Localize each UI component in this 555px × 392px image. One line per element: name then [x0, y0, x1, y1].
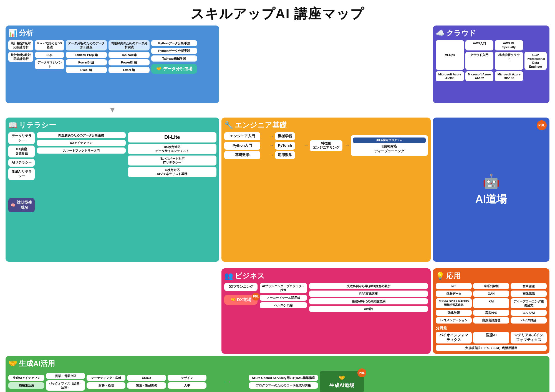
machine-learning: 機械学習 [275, 132, 295, 140]
dx-ideathon: DXアイデアソン [37, 140, 126, 146]
bio-info: バイオインフォマティクス [436, 332, 472, 343]
anomaly: 異常検知 [473, 310, 509, 316]
tableau-ed: Tableau 編 [109, 52, 150, 58]
ml-cloud: 機械学習クラウド [495, 52, 523, 70]
ai-dojo-section: PBL 🤖 AI道場 [433, 118, 549, 262]
nlp: 自然言語処理 [473, 317, 509, 323]
aws-intro: AWS入門 [465, 40, 494, 50]
arrow-feature: → [304, 143, 309, 149]
eng-intro: エンジニア入門 [224, 132, 260, 140]
business-section: 👥 ビジネス DXプランニング 🤝 DX道場 PBL AIプランニング・プロジェ… [221, 268, 431, 354]
dx-dojo-pbl: PBL [252, 293, 260, 301]
arrow-appmath: → [269, 152, 274, 158]
analysis-label: 分析 [19, 28, 33, 38]
powerbi-ed1: PowerBI 編 [66, 59, 107, 65]
gcp-pde: GCP Professional Data Engineer [524, 52, 547, 70]
feature-eng: 特徴量エンジニアリング [310, 140, 342, 151]
applied-section: 💡 応用 IoT 時系列解析 音声認識 気象データ GAN 画像認識 NDIVI… [433, 268, 549, 354]
spacer-top-mid [221, 26, 431, 103]
excel-ds: Excelで始めるDS基礎 [35, 40, 64, 50]
literacy-label: リテラシー [19, 120, 56, 130]
sql: SQL [35, 52, 64, 58]
applied-label: 応用 [446, 271, 461, 281]
ai-patent: AI特許 [309, 306, 428, 312]
problem-solving-data: 問題解決のためのデータ分析基礎 [37, 132, 126, 138]
healthcare: ヘルスケア編 [260, 302, 307, 308]
nvidia-rapids: NDIVIA GPU & RAPIDS 機械学習高速化 [436, 298, 472, 309]
speech: 音声認識 [511, 283, 547, 289]
edge-ai: エッジAI [511, 310, 547, 316]
arrow-down-analysis: ▼ [6, 105, 219, 114]
business-icon: 👥 [224, 272, 233, 280]
mlops: MLOps [436, 40, 464, 70]
genai-ideathon: 生成AIアイデアソン [8, 375, 44, 381]
g-kentei: G検定対応AIジェネラリスト基礎 [128, 167, 217, 177]
bayes: ベイズ推論 [511, 317, 547, 323]
ai-dojo-label: AI道場 [475, 192, 507, 206]
ai-ip: 生成AI時代のAI知財契約 [309, 298, 428, 304]
dojo-icon: 🤝 [156, 66, 162, 71]
applied-icon: 💡 [436, 272, 445, 280]
conv-genai-label: 対話型生成AI [16, 200, 32, 210]
aws-ml: AWS ML Specialty [495, 40, 523, 50]
cloud-spacer1 [524, 40, 547, 50]
python-intro: Python入門 [224, 142, 260, 150]
backoffice: バックオフィス（総務・法務） [46, 380, 85, 391]
azure-dp100: Microsoft Azure DP-100 [495, 71, 523, 82]
azure-900: Microsoft Azure AI-900 [436, 71, 464, 82]
basic-math: 基礎数学 [224, 151, 260, 159]
design: デザイン [168, 375, 206, 381]
genai-dojo-pbl: PBL [357, 368, 366, 377]
weather: 気象データ [436, 291, 472, 297]
cs-cx: CS/CX [127, 375, 166, 381]
engineer-icon: 🔧 [224, 121, 233, 129]
rag-course: Azure OpenAI Serviceを用いたRAG構築講座 [249, 375, 318, 381]
ai-dojo-pbl: PBL [537, 120, 547, 130]
manufacturing: 製造・製品開発 [127, 382, 166, 388]
e-cert-deep: iDLA認定プログラム E資格対応ディープラーニング [351, 135, 428, 156]
recommend: レコメンデーション [436, 317, 472, 323]
pytorch: PyTorch [275, 142, 295, 150]
genai-literacy: 生成AIリテラシー [8, 168, 35, 180]
genai-label: 生成AI活用 [19, 359, 55, 368]
rl: 強化学習 [436, 310, 472, 316]
it-passport: IT/パスポート対応ITリテラシー [128, 156, 217, 166]
stat3: 統計検定3級対応統計分析 [8, 52, 33, 62]
gan: GAN [473, 291, 509, 297]
literacy-section: 📖 リテラシー データリテラシー DX講座各業界編 AIリテラシー 生成AIリテ… [6, 118, 219, 262]
data-dojo: 🤝 データ分析道場 [151, 64, 197, 74]
data-literacy: データリテラシー [8, 132, 35, 144]
literacy-icon: 📖 [8, 121, 17, 129]
tableau-ml: Tableau機械学習 [151, 55, 197, 62]
ai-literacy: AIリテラシー [8, 159, 35, 167]
genai-section: 🤝 生成AI活用 生成AIアイデアソン 職種別活用 営業・営業企画 バックオフィ… [6, 356, 549, 392]
dojo-label: データ分析道場 [163, 66, 192, 72]
cloud-intro: クラウド入門 [465, 52, 494, 70]
materials: マテリアルズインフォマティクス [511, 332, 547, 343]
arrow-genai-right: → [208, 377, 247, 386]
dx-course: DX講座各業界編 [8, 146, 35, 157]
data-practice-title: 問題解決のためのデータ分析実践 [109, 40, 150, 50]
time-series: 時系列解析 [473, 283, 509, 289]
dilite-title: Di-Lite [128, 132, 217, 142]
applied-math: 応用数学 [275, 151, 295, 159]
finance: 財務・経理 [87, 382, 125, 388]
nocode: ノーコードツール活用編 [260, 295, 307, 301]
arrow-ml: → [269, 133, 274, 139]
llm: 大規模言語モデル（LLM）利活用講座 [436, 345, 547, 351]
marketing: マーケティング・広報 [87, 375, 125, 381]
dx-failure: 失敗事例から学ぶDX推進の勘所 [309, 283, 428, 289]
excel-ed2: Excel 編 [109, 67, 150, 73]
engineer-section: 🔧 エンジニア基礎 エンジニア入門 Python入門 基礎数学 → 機械学習 [221, 118, 431, 262]
python-analysis: Pythonデータ分析手法 [151, 40, 197, 46]
cloud-icon: ☁️ [436, 29, 445, 37]
page-title: スキルアップAI 講座マップ [0, 0, 555, 26]
data-processing-title: データ分析のためのデータ加工講座 [66, 40, 107, 50]
conv-genai: 🧠 対話型生成AI [8, 198, 35, 212]
smart-factory: スマートファクトリー入門 [37, 147, 126, 154]
cloud-label: クラウド [446, 28, 476, 38]
ai-project: AIプランニング・プロジェクト推進 [260, 283, 307, 293]
powerbi-ed2: PowerBI 編 [109, 59, 150, 65]
job-roles: 職種別活用 [8, 382, 44, 388]
business-label: ビジネス [235, 271, 265, 281]
